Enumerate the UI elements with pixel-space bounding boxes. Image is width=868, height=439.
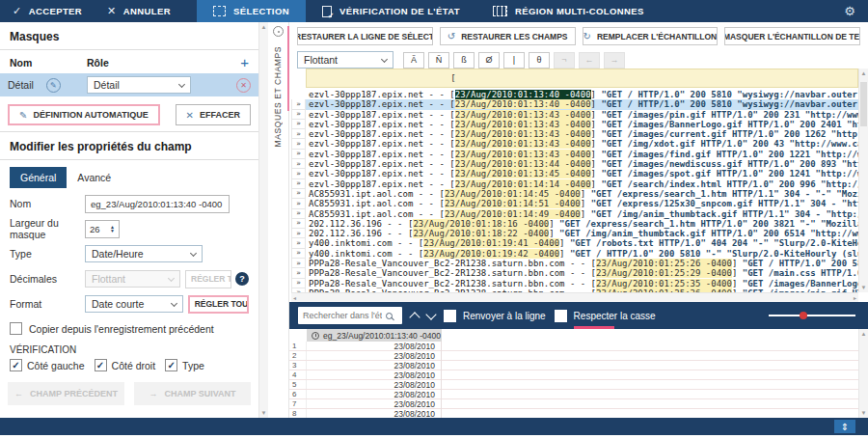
mask-width-label: Largeur du masque (10, 217, 85, 240)
expand-panel-button[interactable]: ⇕ (834, 420, 855, 433)
slider-thumb[interactable] (800, 312, 807, 319)
verify-check-0[interactable]: Côté gauche (10, 359, 85, 371)
report-vertical-scrollbar[interactable]: ▲ ▼ (858, 69, 868, 292)
auto-define-button[interactable]: ✎ DÉFINITION AUTOMATIQUE (8, 104, 160, 125)
log-line[interactable]: »ezvl-30ppp187.epix.net - - [23/Aug/2010… (291, 139, 858, 149)
log-line[interactable]: »AC855931.ipt.aol.com - - [23/Aug/2010:0… (291, 209, 858, 219)
trap-char-button[interactable]: Ñ (428, 52, 449, 69)
report-toolbar-button-3[interactable]: ✎MASQUER L'ÉCHANTILLON DE TEXTE (724, 27, 860, 45)
log-line[interactable]: »202.112.36.196 - - [23/Aug/2010:01:18:2… (291, 229, 858, 238)
log-line[interactable]: »ezvl-30ppp187.epix.net - - [23/Aug/2010… (291, 159, 858, 169)
report-text-view[interactable]: [ ezvl-30ppp187.epix.net - - [23/Aug/201… (291, 69, 858, 292)
table-row[interactable]: 823/08/2010 (289, 409, 858, 418)
tab-verification-etat[interactable]: VÉRIFICATION DE L'ÉTAT (306, 0, 476, 22)
log-line[interactable]: »202.112.36.196 - - [23/Aug/2010:01:18:1… (291, 219, 858, 229)
log-line[interactable]: »PPPa28-Resale_Vancouver_Bc2-2R1238.satu… (291, 259, 858, 268)
log-line[interactable]: »ezvl-30ppp187.epix.net - - [23/Aug/2010… (291, 129, 858, 139)
report-toolbar-button-0[interactable]: ↺RESTAURER LA LIGNE DE SÉLECTION (297, 27, 433, 45)
help-icon[interactable]: ? (235, 272, 249, 286)
scroll-up-icon[interactable]: ▲ (861, 329, 867, 339)
log-line[interactable]: »ezvl-30ppp187.epix.net - - [23/Aug/2010… (291, 150, 858, 159)
trap-char-button[interactable]: θ (529, 52, 550, 69)
table-row[interactable]: 223/08/2010 (289, 351, 858, 361)
log-line[interactable]: »AC855931.ipt.aol.com - - [23/Aug/2010:0… (291, 199, 858, 208)
table-row[interactable]: 623/08/2010 (289, 390, 858, 399)
type-select[interactable]: Date/Heure (85, 245, 203, 262)
table-row[interactable]: 723/08/2010 (289, 399, 858, 409)
tab-general[interactable]: Général (10, 167, 67, 188)
tab-selection[interactable]: SÉLECTION (197, 0, 306, 22)
trap-type-select[interactable]: Flottant (297, 51, 393, 69)
match-case-checkbox[interactable] (555, 310, 567, 322)
log-line[interactable]: »ezvl-30ppp187.epix.net - - [23/Aug/2010… (291, 110, 858, 120)
scroll-up-icon[interactable]: ▲ (861, 69, 867, 78)
report-toolbar-button-1[interactable]: ↺RESTAURER LES CHAMPS (440, 27, 576, 45)
selection-row[interactable]: [ (291, 69, 858, 88)
trap-char-button[interactable]: ß (453, 52, 475, 69)
mask-role-select[interactable]: Détail (87, 76, 191, 94)
log-line[interactable]: »ezvl-30ppp187.epix.net - - [23/Aug/2010… (291, 99, 858, 109)
log-line[interactable]: »y400.inktomi.com - - [23/Aug/2010:01:19… (291, 238, 858, 248)
search-input[interactable] (303, 311, 382, 320)
copy-previous-checkbox[interactable] (10, 322, 22, 335)
mask-width-stepper[interactable]: 26 ▲▼ (85, 220, 120, 238)
stepper-arrows-icon[interactable]: ▲▼ (110, 225, 115, 233)
table-row[interactable]: 523/08/2010 (289, 380, 858, 390)
table-row[interactable]: 423/08/2010 (289, 370, 858, 380)
checkbox[interactable] (95, 359, 107, 371)
checkbox[interactable] (10, 359, 22, 371)
table-row[interactable]: 323/08/2010 (289, 361, 858, 370)
log-line[interactable]: »y400.inktomi.com - - [23/Aug/2010:01:19… (291, 249, 858, 259)
scroll-down-icon[interactable]: ▼ (261, 408, 267, 418)
log-line[interactable]: »PPPa28-Resale_Vancouver_Bc2-2R1238.satu… (291, 279, 858, 288)
table-row[interactable]: 123/08/2010 (289, 342, 858, 351)
log-line[interactable]: »PPPa28-Resale_Vancouver_Bc2-2R1238.satu… (291, 268, 858, 278)
search-box[interactable] (298, 307, 402, 324)
settings-gear-icon[interactable]: ⚙ (831, 0, 868, 22)
scrollbar-thumb[interactable] (860, 82, 867, 126)
field-name-input[interactable] (85, 195, 230, 213)
mask-row-detail[interactable]: Détail ✎ Détail ✕ (0, 73, 258, 96)
log-date-trap: 23/Aug/2010:01:18:22 -0400 (413, 229, 549, 238)
tab-region-multi-colonnes[interactable]: RÉGION MULTI-COLONNES (476, 0, 661, 22)
add-mask-button[interactable]: + (240, 55, 249, 69)
wrap-line-checkbox[interactable] (444, 310, 456, 322)
horizontal-scrollbar[interactable]: ◂ ▸ (291, 292, 858, 302)
zoom-slider[interactable] (769, 309, 855, 322)
trap-char-button[interactable]: Ã (403, 52, 424, 69)
find-previous-button[interactable] (409, 312, 420, 322)
preview-vertical-scrollbar[interactable]: ▲ ▼ (858, 329, 868, 418)
find-next-button[interactable] (425, 309, 436, 319)
log-line[interactable]: ezvl-30ppp187.epix.net - - [23/Aug/2010:… (291, 90, 858, 99)
trap-char-button[interactable]: Ø (478, 52, 500, 69)
verify-check-1[interactable]: Côté droit (95, 359, 156, 371)
preview-column-header[interactable]: eg_23/Aug/2010:01:13:40 -0400 (307, 329, 442, 342)
report-toolbar-button-2[interactable]: ↻REMPLACER L'ÉCHANTILLON (583, 27, 719, 45)
log-line[interactable]: »ezvl-30ppp187.epix.net - - [23/Aug/2010… (291, 169, 858, 178)
scroll-down-icon[interactable]: ▼ (861, 283, 867, 292)
checkbox[interactable] (165, 359, 177, 371)
selection-row-text[interactable]: [ (306, 69, 858, 88)
pin-icon[interactable] (273, 26, 284, 37)
log-line[interactable]: »ezvl-30ppp187.epix.net - - [23/Aug/2010… (291, 179, 858, 189)
set-all-format-button[interactable]: RÉGLER TOUT (188, 295, 249, 314)
side-tab-masques-et-champs[interactable]: MASQUES ET CHAMPS (268, 22, 289, 418)
format-select[interactable]: Date courte (85, 295, 183, 313)
scroll-up-icon[interactable]: ▲ (261, 22, 267, 32)
log-line[interactable]: »ezvl-30ppp187.epix.net - - [23/Aug/2010… (291, 120, 858, 129)
log-date-trap: 23/Aug/2010:01:13:43 -0400 (455, 120, 591, 129)
left-panel-scrollbar[interactable]: ▲ ▼ (258, 22, 268, 418)
wrap-line-check[interactable]: Renvoyer à la ligne (444, 310, 546, 322)
trap-char-button[interactable]: | (503, 52, 525, 69)
accept-button[interactable]: ✓ ACCEPTER (0, 0, 95, 22)
verify-check-2[interactable]: Type (165, 359, 204, 371)
delete-mask-icon[interactable]: ✕ (236, 78, 251, 93)
match-case-check[interactable]: Respecter la casse (555, 310, 656, 322)
tab-advanced[interactable]: Avancé (67, 167, 122, 188)
row-marker: » (291, 159, 306, 169)
clear-button[interactable]: ✕ EFFACER (176, 104, 251, 125)
log-line[interactable]: »AC855931.ipt.aol.com - - [23/Aug/2010:0… (291, 189, 858, 199)
edit-pencil-icon[interactable]: ✎ (46, 78, 61, 93)
cancel-button[interactable]: ✕ ANNULER (95, 0, 183, 22)
scroll-down-icon[interactable]: ▼ (861, 408, 867, 418)
